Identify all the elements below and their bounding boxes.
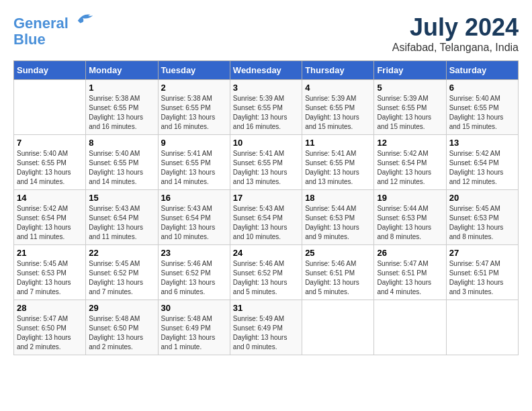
- calendar-cell: [14, 80, 86, 135]
- calendar-cell: [302, 300, 374, 355]
- weekday-header: Wednesday: [230, 61, 302, 80]
- logo-text: General: [13, 13, 95, 32]
- calendar-cell: 9Sunrise: 5:41 AMSunset: 6:55 PMDaylight…: [158, 135, 230, 190]
- day-info: Sunrise: 5:41 AMSunset: 6:55 PMDaylight:…: [161, 149, 227, 187]
- day-number: 4: [305, 83, 371, 93]
- logo-blue: Blue: [13, 32, 95, 48]
- calendar-cell: [374, 300, 446, 355]
- calendar-cell: 20Sunrise: 5:45 AMSunset: 6:53 PMDayligh…: [446, 190, 518, 245]
- day-number: 30: [161, 303, 227, 313]
- day-info: Sunrise: 5:48 AMSunset: 6:50 PMDaylight:…: [89, 314, 154, 352]
- calendar-cell: 3Sunrise: 5:39 AMSunset: 6:55 PMDaylight…: [230, 80, 302, 135]
- day-info: Sunrise: 5:44 AMSunset: 6:53 PMDaylight:…: [305, 204, 371, 242]
- day-info: Sunrise: 5:39 AMSunset: 6:55 PMDaylight:…: [305, 94, 371, 132]
- day-number: 17: [233, 193, 299, 203]
- calendar-week-row: 28Sunrise: 5:47 AMSunset: 6:50 PMDayligh…: [14, 300, 519, 355]
- calendar-cell: 18Sunrise: 5:44 AMSunset: 6:53 PMDayligh…: [302, 190, 374, 245]
- page-header: General Blue July 2024 Asifabad, Telanga…: [13, 13, 519, 54]
- day-info: Sunrise: 5:42 AMSunset: 6:54 PMDaylight:…: [377, 149, 443, 187]
- calendar-cell: 16Sunrise: 5:43 AMSunset: 6:54 PMDayligh…: [158, 190, 230, 245]
- calendar-cell: 5Sunrise: 5:39 AMSunset: 6:55 PMDaylight…: [374, 80, 446, 135]
- calendar-week-row: 21Sunrise: 5:45 AMSunset: 6:53 PMDayligh…: [14, 245, 519, 300]
- day-number: 14: [17, 193, 83, 203]
- day-info: Sunrise: 5:46 AMSunset: 6:51 PMDaylight:…: [305, 259, 371, 297]
- day-info: Sunrise: 5:39 AMSunset: 6:55 PMDaylight:…: [233, 94, 299, 132]
- calendar-cell: [446, 300, 518, 355]
- calendar-cell: 26Sunrise: 5:47 AMSunset: 6:51 PMDayligh…: [374, 245, 446, 300]
- day-number: 12: [377, 138, 443, 148]
- day-info: Sunrise: 5:41 AMSunset: 6:55 PMDaylight:…: [305, 149, 371, 187]
- day-number: 20: [449, 193, 515, 203]
- day-number: 22: [89, 248, 154, 258]
- calendar-body: 1Sunrise: 5:38 AMSunset: 6:55 PMDaylight…: [14, 80, 519, 355]
- day-info: Sunrise: 5:45 AMSunset: 6:53 PMDaylight:…: [17, 259, 83, 297]
- location: Asifabad, Telangana, India: [392, 42, 519, 54]
- day-number: 28: [17, 303, 83, 313]
- calendar-cell: 11Sunrise: 5:41 AMSunset: 6:55 PMDayligh…: [302, 135, 374, 190]
- day-info: Sunrise: 5:49 AMSunset: 6:49 PMDaylight:…: [233, 314, 299, 352]
- day-number: 18: [305, 193, 371, 203]
- calendar-table: SundayMondayTuesdayWednesdayThursdayFrid…: [13, 60, 519, 355]
- day-info: Sunrise: 5:46 AMSunset: 6:52 PMDaylight:…: [161, 259, 227, 297]
- calendar-cell: 1Sunrise: 5:38 AMSunset: 6:55 PMDaylight…: [86, 80, 158, 135]
- day-number: 13: [449, 138, 515, 148]
- day-info: Sunrise: 5:39 AMSunset: 6:55 PMDaylight:…: [377, 94, 443, 132]
- calendar-cell: 15Sunrise: 5:43 AMSunset: 6:54 PMDayligh…: [86, 190, 158, 245]
- calendar-cell: 8Sunrise: 5:40 AMSunset: 6:55 PMDaylight…: [86, 135, 158, 190]
- day-info: Sunrise: 5:44 AMSunset: 6:53 PMDaylight:…: [377, 204, 443, 242]
- calendar-cell: 30Sunrise: 5:48 AMSunset: 6:49 PMDayligh…: [158, 300, 230, 355]
- logo-general: General: [13, 15, 69, 32]
- calendar-cell: 21Sunrise: 5:45 AMSunset: 6:53 PMDayligh…: [14, 245, 86, 300]
- weekday-header: Monday: [86, 61, 158, 80]
- day-number: 10: [233, 138, 299, 148]
- calendar-cell: 22Sunrise: 5:45 AMSunset: 6:52 PMDayligh…: [86, 245, 158, 300]
- day-number: 27: [449, 248, 515, 258]
- calendar-cell: 31Sunrise: 5:49 AMSunset: 6:49 PMDayligh…: [230, 300, 302, 355]
- day-info: Sunrise: 5:40 AMSunset: 6:55 PMDaylight:…: [89, 149, 154, 187]
- logo-bird-icon: [75, 8, 95, 28]
- day-number: 5: [377, 83, 443, 93]
- day-info: Sunrise: 5:40 AMSunset: 6:55 PMDaylight:…: [449, 94, 515, 132]
- calendar-cell: 13Sunrise: 5:42 AMSunset: 6:54 PMDayligh…: [446, 135, 518, 190]
- day-number: 23: [161, 248, 227, 258]
- calendar-cell: 17Sunrise: 5:43 AMSunset: 6:54 PMDayligh…: [230, 190, 302, 245]
- calendar-cell: 24Sunrise: 5:46 AMSunset: 6:52 PMDayligh…: [230, 245, 302, 300]
- day-number: 1: [89, 83, 154, 93]
- day-number: 24: [233, 248, 299, 258]
- calendar-cell: 14Sunrise: 5:42 AMSunset: 6:54 PMDayligh…: [14, 190, 86, 245]
- day-info: Sunrise: 5:43 AMSunset: 6:54 PMDaylight:…: [233, 204, 299, 242]
- day-info: Sunrise: 5:47 AMSunset: 6:50 PMDaylight:…: [17, 314, 83, 352]
- weekday-header: Thursday: [302, 61, 374, 80]
- day-number: 6: [449, 83, 515, 93]
- day-info: Sunrise: 5:38 AMSunset: 6:55 PMDaylight:…: [89, 94, 154, 132]
- day-number: 31: [233, 303, 299, 313]
- calendar-cell: 4Sunrise: 5:39 AMSunset: 6:55 PMDaylight…: [302, 80, 374, 135]
- calendar-cell: 6Sunrise: 5:40 AMSunset: 6:55 PMDaylight…: [446, 80, 518, 135]
- title-area: July 2024 Asifabad, Telangana, India: [392, 13, 519, 54]
- weekday-header: Saturday: [446, 61, 518, 80]
- day-number: 2: [161, 83, 227, 93]
- day-info: Sunrise: 5:47 AMSunset: 6:51 PMDaylight:…: [449, 259, 515, 297]
- day-number: 7: [17, 138, 83, 148]
- day-info: Sunrise: 5:40 AMSunset: 6:55 PMDaylight:…: [17, 149, 83, 187]
- calendar-cell: 2Sunrise: 5:38 AMSunset: 6:55 PMDaylight…: [158, 80, 230, 135]
- day-number: 9: [161, 138, 227, 148]
- day-info: Sunrise: 5:42 AMSunset: 6:54 PMDaylight:…: [17, 204, 83, 242]
- day-number: 15: [89, 193, 154, 203]
- day-number: 19: [377, 193, 443, 203]
- calendar-cell: 7Sunrise: 5:40 AMSunset: 6:55 PMDaylight…: [14, 135, 86, 190]
- calendar-week-row: 1Sunrise: 5:38 AMSunset: 6:55 PMDaylight…: [14, 80, 519, 135]
- day-info: Sunrise: 5:41 AMSunset: 6:55 PMDaylight:…: [233, 149, 299, 187]
- calendar-cell: 19Sunrise: 5:44 AMSunset: 6:53 PMDayligh…: [374, 190, 446, 245]
- day-info: Sunrise: 5:46 AMSunset: 6:52 PMDaylight:…: [233, 259, 299, 297]
- day-number: 8: [89, 138, 154, 148]
- weekday-header: Friday: [374, 61, 446, 80]
- day-info: Sunrise: 5:45 AMSunset: 6:52 PMDaylight:…: [89, 259, 154, 297]
- weekday-row: SundayMondayTuesdayWednesdayThursdayFrid…: [14, 61, 519, 80]
- day-info: Sunrise: 5:47 AMSunset: 6:51 PMDaylight:…: [377, 259, 443, 297]
- day-info: Sunrise: 5:38 AMSunset: 6:55 PMDaylight:…: [161, 94, 227, 132]
- logo: General Blue: [13, 13, 95, 48]
- calendar-cell: 28Sunrise: 5:47 AMSunset: 6:50 PMDayligh…: [14, 300, 86, 355]
- day-number: 26: [377, 248, 443, 258]
- day-info: Sunrise: 5:45 AMSunset: 6:53 PMDaylight:…: [449, 204, 515, 242]
